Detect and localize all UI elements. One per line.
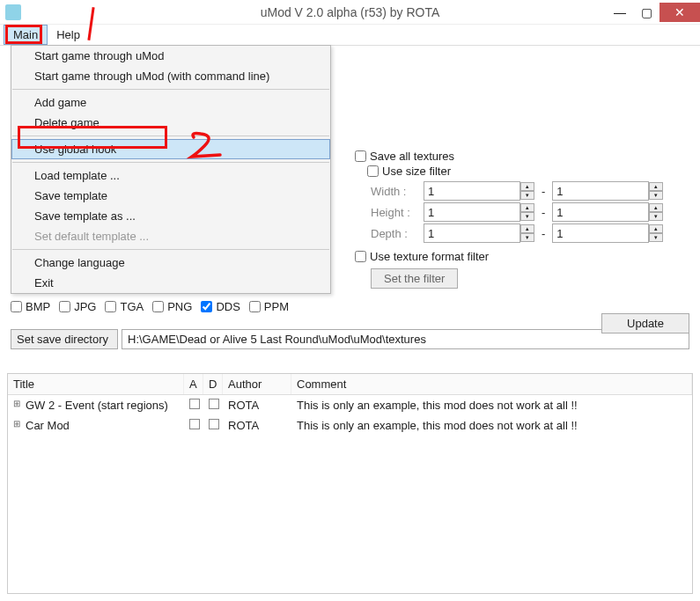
main-dropdown: Start game through uMod Start game throu… (11, 45, 331, 294)
row-author: ROTA (223, 397, 291, 414)
dd-add-game[interactable]: Add game (11, 92, 330, 113)
row-comment: This is only an example, this mod does n… (291, 397, 692, 414)
row-d-checkbox[interactable] (203, 397, 223, 414)
use-texture-format-filter-input[interactable] (355, 251, 366, 262)
width-max-input[interactable] (552, 181, 649, 201)
dd-separator (12, 162, 329, 163)
dd-save-template[interactable]: Save template (11, 186, 330, 206)
th-title[interactable]: Title (8, 374, 184, 394)
height-max-input[interactable] (552, 202, 649, 222)
bmp-checkbox[interactable]: BMP (11, 300, 50, 313)
dd-separator (12, 249, 329, 250)
height-label: Height : (371, 206, 424, 219)
width-min-spinner[interactable]: ▴▾ (520, 182, 534, 200)
th-author[interactable]: Author (223, 374, 291, 394)
depth-label: Depth : (371, 227, 424, 240)
use-texture-format-filter-checkbox[interactable]: Use texture format filter (355, 250, 689, 263)
app-icon (5, 4, 21, 20)
width-label: Width : (371, 185, 424, 198)
dd-save-template-as[interactable]: Save template as ... (11, 206, 330, 226)
save-all-textures-label: Save all textures (370, 150, 454, 163)
use-size-filter-label: Use size filter (382, 165, 451, 178)
dd-start-umod[interactable]: Start game through uMod (11, 46, 330, 66)
use-size-filter-checkbox[interactable]: Use size filter (367, 165, 689, 178)
png-checkbox[interactable]: PNG (152, 300, 192, 313)
depth-max-input[interactable] (552, 224, 649, 243)
expand-icon[interactable]: ⊞ (8, 397, 20, 414)
dd-exit[interactable]: Exit (11, 273, 330, 293)
dd-separator (12, 89, 329, 90)
expand-icon[interactable]: ⊞ (8, 417, 20, 434)
use-size-filter-input[interactable] (367, 165, 379, 177)
menu-help[interactable]: Help (48, 25, 89, 45)
format-row: BMP JPG TGA PNG DDS PPM (11, 298, 689, 315)
height-min-spinner[interactable]: ▴▾ (520, 203, 534, 221)
row-title: GW 2 - Event (start regions) (20, 397, 184, 414)
set-save-directory-button[interactable]: Set save directory (11, 329, 118, 349)
save-all-textures-checkbox[interactable]: Save all textures (355, 150, 689, 163)
close-button[interactable]: ✕ (659, 3, 700, 22)
menubar: Main Help (0, 25, 700, 46)
minimize-button[interactable]: — (607, 3, 633, 22)
th-a[interactable]: A (184, 374, 203, 394)
window-title: uMod V 2.0 alpha (r53) by ROTA (261, 5, 440, 19)
dash: - (542, 227, 545, 240)
dd-separator (12, 136, 329, 136)
dd-use-global-hook[interactable]: Use global hook (11, 139, 330, 159)
depth-min-input[interactable] (424, 224, 520, 243)
dd-delete-game[interactable]: Delete game (11, 113, 330, 133)
table-header: Title A D Author Comment (8, 374, 692, 395)
dd-load-template[interactable]: Load template ... (11, 165, 330, 186)
update-button[interactable]: Update (601, 313, 689, 333)
tga-checkbox[interactable]: TGA (105, 300, 144, 313)
dd-set-default-template: Set default template ... (11, 226, 330, 246)
depth-min-spinner[interactable]: ▴▾ (520, 224, 534, 242)
table-row[interactable]: ⊞ GW 2 - Event (start regions) ROTA This… (8, 395, 692, 415)
row-comment: This is only an example, this mod does n… (291, 417, 692, 434)
ppm-checkbox[interactable]: PPM (249, 300, 289, 313)
width-min-input[interactable] (424, 181, 520, 201)
row-a-checkbox[interactable] (184, 417, 203, 434)
dd-change-language[interactable]: Change language (11, 253, 330, 273)
row-author: ROTA (223, 417, 291, 434)
th-comment[interactable]: Comment (291, 374, 692, 394)
row-title: Car Mod (20, 417, 184, 434)
dd-start-umod-cmdline[interactable]: Start game through uMod (with command li… (11, 66, 330, 86)
save-all-textures-input[interactable] (355, 150, 366, 162)
dds-checkbox[interactable]: DDS (201, 300, 239, 313)
use-texture-format-filter-label: Use texture format filter (370, 250, 489, 263)
menu-main[interactable]: Main (4, 25, 48, 45)
row-a-checkbox[interactable] (184, 397, 203, 414)
row-d-checkbox[interactable] (203, 417, 223, 434)
height-min-input[interactable] (424, 202, 520, 222)
dash: - (542, 185, 545, 198)
table-row[interactable]: ⊞ Car Mod ROTA This is only an example, … (8, 415, 692, 436)
jpg-checkbox[interactable]: JPG (59, 300, 96, 313)
height-max-spinner[interactable]: ▴▾ (649, 203, 663, 221)
mods-table: Title A D Author Comment ⊞ GW 2 - Event … (7, 373, 693, 594)
maximize-button[interactable]: ▢ (633, 3, 659, 22)
dash: - (542, 206, 545, 219)
titlebar: uMod V 2.0 alpha (r53) by ROTA — ▢ ✕ (0, 0, 700, 25)
depth-max-spinner[interactable]: ▴▾ (649, 224, 663, 242)
width-max-spinner[interactable]: ▴▾ (649, 182, 663, 200)
th-d[interactable]: D (203, 374, 223, 394)
